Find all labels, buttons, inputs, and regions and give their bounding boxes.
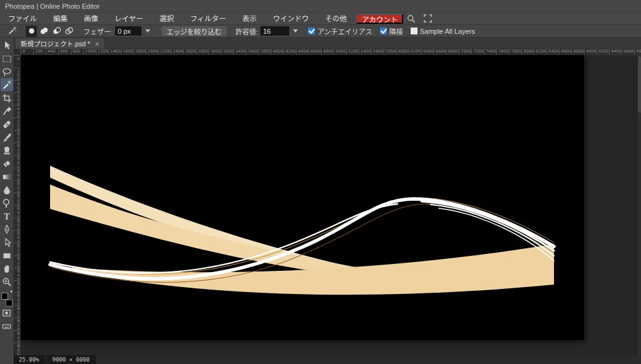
quick-mask-button[interactable] xyxy=(1,306,13,320)
color-swatches[interactable] xyxy=(1,290,13,306)
vertical-scrollbar[interactable] xyxy=(638,55,641,355)
hruler-tick: 8600 xyxy=(559,49,572,55)
hruler-tick: 7800 xyxy=(509,49,521,55)
toolbar-footer xyxy=(0,355,14,364)
document-canvas[interactable] xyxy=(21,55,584,340)
hruler-tick: 6200 xyxy=(409,49,421,55)
feather-input[interactable] xyxy=(115,26,141,36)
tool-blur[interactable] xyxy=(1,183,13,196)
hruler-tick: 8000 xyxy=(521,49,534,55)
keyboard-shortcuts-icon[interactable] xyxy=(1,320,13,333)
horizontal-ruler: 0200400600800100012001400160018002000220… xyxy=(21,49,641,55)
tool-eraser[interactable] xyxy=(1,157,13,170)
menu-item-view[interactable]: 表示 xyxy=(234,13,265,25)
tool-magic-wand[interactable] xyxy=(1,78,13,91)
tool-path-select[interactable] xyxy=(1,236,13,249)
menu-item-select[interactable]: 選択 xyxy=(151,13,182,25)
menu-item-file[interactable]: ファイル xyxy=(0,13,45,25)
hruler-tick: 6800 xyxy=(446,49,459,55)
refine-edge-button[interactable]: エッジを絞り込む xyxy=(162,26,227,36)
hruler-tick: 2800 xyxy=(196,49,208,55)
tool-pen[interactable] xyxy=(1,223,13,236)
hruler-tick: 9200 xyxy=(597,49,609,55)
hruler-tick: 9600 xyxy=(622,49,634,55)
tool-list: T xyxy=(1,39,13,288)
tolerance-input[interactable] xyxy=(260,26,289,36)
menu-item-edit[interactable]: 編集 xyxy=(45,13,76,25)
vruler-tick: 4600 xyxy=(14,343,21,355)
app-title: Photopea | Online Photo Editor xyxy=(0,0,641,13)
mode-subtract-selection[interactable] xyxy=(51,26,62,37)
search-icon[interactable] xyxy=(403,13,419,25)
tool-clone-stamp[interactable] xyxy=(1,144,13,157)
hruler-tick: 3000 xyxy=(208,49,221,55)
hruler-tick: 2000 xyxy=(146,49,158,55)
background-color-swatch[interactable] xyxy=(6,300,13,306)
menu-item-more[interactable]: その他 xyxy=(317,13,355,25)
hruler-tick: 4200 xyxy=(284,49,296,55)
hruler-tick: 5200 xyxy=(346,49,359,55)
vruler-tick: 800 xyxy=(14,105,21,118)
option-antialias: アンチエイリアス xyxy=(308,26,372,36)
tool-healing-brush[interactable] xyxy=(1,118,13,131)
tool-type[interactable]: T xyxy=(1,210,13,223)
tool-lasso-select[interactable] xyxy=(1,65,13,78)
tool-hand[interactable] xyxy=(1,262,13,275)
tool-move[interactable] xyxy=(1,39,13,52)
tolerance-dropdown-icon[interactable] xyxy=(293,29,298,33)
vruler-tick: 600 xyxy=(14,93,21,105)
contiguous-checkbox[interactable] xyxy=(380,28,387,34)
hruler-tick: 8800 xyxy=(572,49,584,55)
feather-label: フェザー: xyxy=(83,26,113,36)
hruler-tick: 0 xyxy=(21,49,25,55)
tool-marquee-select[interactable] xyxy=(1,52,13,65)
menu-item-image[interactable]: 画像 xyxy=(76,13,106,25)
tool-zoom[interactable] xyxy=(1,275,13,288)
tool-dodge[interactable] xyxy=(1,196,13,210)
vertical-scrollbar-thumb[interactable] xyxy=(638,56,641,113)
hruler-tick: 5600 xyxy=(371,49,384,55)
hruler-tick: 9800 xyxy=(634,49,641,55)
sample-all-layers-checkbox[interactable] xyxy=(411,28,418,34)
hruler-tick: 4800 xyxy=(321,49,334,55)
tool-gradient[interactable] xyxy=(1,170,13,183)
document-tab[interactable]: 新規プロジェクト.psd *× xyxy=(16,38,104,49)
vruler-tick: 400 xyxy=(14,80,21,93)
fullscreen-icon[interactable] xyxy=(419,13,436,25)
foreground-color-swatch[interactable] xyxy=(1,293,8,300)
menu-bar: ファイル編集画像レイヤー選択フィルター表示ウインドウその他 アカウント xyxy=(0,13,641,25)
tool-eyedropper[interactable] xyxy=(1,104,13,118)
feather-dropdown-icon[interactable] xyxy=(145,29,150,33)
hruler-tick: 4000 xyxy=(271,49,284,55)
mode-intersect-selection[interactable] xyxy=(63,26,74,37)
menu-item-filter[interactable]: フィルター xyxy=(182,13,234,25)
tool-brush[interactable] xyxy=(1,131,13,144)
hruler-tick: 2600 xyxy=(183,49,196,55)
mode-add-selection[interactable] xyxy=(38,26,49,37)
tool-rectangle-shape[interactable] xyxy=(1,249,13,262)
antialias-checkbox[interactable] xyxy=(308,28,315,34)
tolerance-label: 許容値: xyxy=(235,26,258,36)
hruler-tick: 7200 xyxy=(471,49,484,55)
tab-close-icon[interactable]: × xyxy=(95,40,99,48)
hruler-tick: 5800 xyxy=(384,49,396,55)
zoom-level[interactable]: 25.00% xyxy=(19,356,46,363)
selection-mode-buttons xyxy=(26,26,74,37)
hruler-tick: 6400 xyxy=(421,49,434,55)
sample-all-layers-label: Sample All Layers xyxy=(420,28,475,35)
document-tab-bar: 新規プロジェクト.psd *× xyxy=(14,38,641,49)
mode-new-selection[interactable] xyxy=(26,26,37,37)
tool-crop[interactable] xyxy=(1,91,13,104)
hruler-tick: 2400 xyxy=(171,49,183,55)
vruler-tick: 200 xyxy=(14,68,21,80)
menu-items: ファイル編集画像レイヤー選択フィルター表示ウインドウその他 xyxy=(0,13,355,25)
menu-item-layer[interactable]: レイヤー xyxy=(106,13,151,25)
menu-item-window[interactable]: ウインドウ xyxy=(265,13,317,25)
ribbon-swoosh-lower xyxy=(50,244,554,295)
hruler-tick: 3200 xyxy=(221,49,233,55)
option-sample-all-layers: Sample All Layers xyxy=(411,28,475,35)
account-button[interactable]: アカウント xyxy=(356,14,404,24)
svg-text:T: T xyxy=(4,212,10,221)
default-colors-icon[interactable] xyxy=(10,290,13,293)
vertical-ruler: 0200400600800100012001400160018002000220… xyxy=(14,55,21,355)
